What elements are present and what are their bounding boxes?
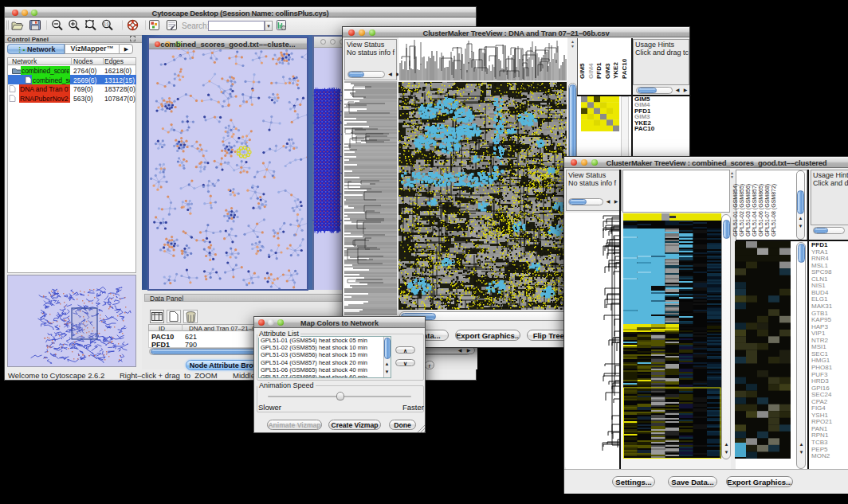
svg-text:GIM3: GIM3 <box>604 63 611 79</box>
svg-text:1:1: 1:1 <box>104 22 109 26</box>
svg-text:GPL51-06 (GSM865): GPL51-06 (GSM865) <box>758 184 764 236</box>
svg-text:GPL51-04 (GSM857): GPL51-04 (GSM857) <box>752 184 758 236</box>
svg-text:GIM5: GIM5 <box>579 63 586 79</box>
svg-text:PFD1: PFD1 <box>595 62 603 79</box>
svg-text:PAC10: PAC10 <box>621 58 628 79</box>
svg-text:GIM4: GIM4 <box>587 63 595 79</box>
svg-text:GPL51-07 (GSM868): GPL51-07 (GSM868) <box>764 184 771 236</box>
svg-text:GPL51-03 (GSM856): GPL51-03 (GSM856) <box>745 184 752 236</box>
svg-text:GPL51-02 (GSM855): GPL51-02 (GSM855) <box>739 184 745 236</box>
svg-text:GPL51-08 (GSM872): GPL51-08 (GSM872) <box>771 184 777 236</box>
svg-text:YKE2: YKE2 <box>612 62 619 79</box>
svg-text:GPL51-01 (GSM854): GPL51-01 (GSM854) <box>732 184 739 236</box>
